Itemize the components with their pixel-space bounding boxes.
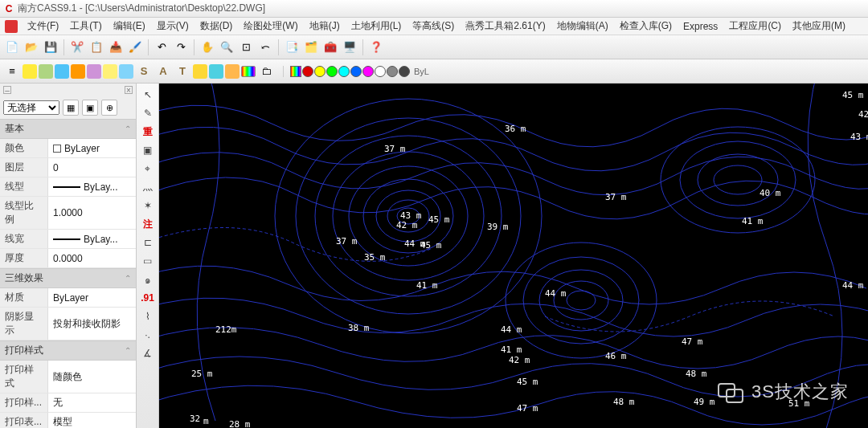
menu-view[interactable]: 显示(V) <box>152 18 194 35</box>
swatch-blue[interactable] <box>350 66 362 77</box>
section-basic[interactable]: 基本 ⌃ <box>0 119 136 139</box>
vtool-14-icon[interactable]: ∡ <box>139 345 157 361</box>
menu-data[interactable]: 数据(D) <box>195 18 238 35</box>
menu-engineering[interactable]: 工程应用(C) <box>724 18 786 35</box>
help-icon[interactable]: ❓ <box>367 39 385 56</box>
panel-close-icon[interactable]: × <box>125 86 133 94</box>
vtool-13-icon[interactable]: ·. <box>139 327 157 343</box>
match-prop-icon[interactable]: 🖌️ <box>126 39 144 56</box>
prop-row-plotstyle: 打印样式 随颜色 <box>0 361 136 393</box>
open-icon[interactable]: 📂 <box>23 39 40 56</box>
cut-icon[interactable]: ✂️ <box>68 39 86 56</box>
toolbar-layers: ≡ S A T 🗀 ByL <box>0 59 868 84</box>
menu-express[interactable]: Express <box>678 19 723 34</box>
menu-tools[interactable]: 工具(T) <box>65 18 106 35</box>
undo-icon[interactable]: ↶ <box>153 39 170 56</box>
vtool-8-icon[interactable]: ⊏ <box>139 234 157 251</box>
copy-icon[interactable]: 📋 <box>88 39 105 56</box>
app-menu-icon[interactable] <box>5 20 18 33</box>
select-objects-icon[interactable]: ▣ <box>82 100 98 116</box>
menu-yanxiu[interactable]: 燕秀工具箱2.61(Y) <box>461 18 550 35</box>
bulb-9-icon[interactable] <box>209 64 223 79</box>
paste-icon[interactable]: 📥 <box>107 39 125 56</box>
layer-s-icon[interactable]: S <box>135 63 153 80</box>
prop-row-layer: 图层 0 <box>0 158 136 177</box>
vtool-12-icon[interactable]: ⌇ <box>139 308 157 324</box>
menu-landuse[interactable]: 土地利用(L) <box>346 18 407 35</box>
swatch-dark[interactable] <box>399 66 410 77</box>
calc-icon[interactable]: 🖥️ <box>341 39 358 56</box>
redo-icon[interactable]: ↷ <box>172 39 190 56</box>
swatch-cyan[interactable] <box>338 66 350 77</box>
selection-dropdown[interactable]: 无选择 <box>3 100 59 115</box>
properties-icon[interactable]: 📑 <box>283 39 301 56</box>
vtool-7-icon[interactable]: 注 <box>139 216 157 232</box>
section-plot[interactable]: 打印样式 ⌃ <box>0 340 136 361</box>
menu-feature-edit[interactable]: 地物编辑(A) <box>552 18 613 35</box>
color-wheel-icon[interactable] <box>290 66 301 77</box>
layer-manager-icon[interactable]: 🗀 <box>257 63 275 80</box>
pickadd-icon[interactable]: ⊕ <box>101 100 117 116</box>
bulb-4-icon[interactable] <box>71 64 85 79</box>
vtool-4-icon[interactable]: ⌖ <box>139 161 157 177</box>
svg-point-10 <box>554 281 608 320</box>
menu-cadastre[interactable]: 地籍(J) <box>305 18 345 35</box>
panel-header: – × <box>0 84 136 96</box>
layer-t-icon[interactable]: T <box>174 63 191 80</box>
svg-point-0 <box>397 208 420 224</box>
menu-edit[interactable]: 编辑(E) <box>108 18 150 35</box>
bulb-1-icon[interactable] <box>23 64 37 79</box>
vtool-2-icon[interactable]: 重 <box>139 124 157 140</box>
save-icon[interactable]: 💾 <box>42 39 59 56</box>
quick-select-icon[interactable]: ▦ <box>63 100 79 116</box>
title-bar: C 南方CASS9.1 - [C:\Users\Administrator\De… <box>0 0 868 18</box>
designcenter-icon[interactable]: 🗂️ <box>302 39 320 56</box>
layer-dropdown-icon[interactable]: ≡ <box>3 63 21 80</box>
collapse-icon: ⌃ <box>125 346 131 355</box>
gradient-icon[interactable] <box>241 66 256 77</box>
bulb-7-icon[interactable] <box>119 64 133 79</box>
bulb-5-icon[interactable] <box>87 64 101 79</box>
svg-point-5 <box>333 152 484 280</box>
bulb-8-icon[interactable] <box>193 64 207 79</box>
menu-other[interactable]: 其他应用(M) <box>788 18 850 35</box>
section-3d[interactable]: 三维效果 ⌃ <box>0 268 136 288</box>
vtool-6-icon[interactable]: ✶ <box>139 198 157 214</box>
menu-draw[interactable]: 绘图处理(W) <box>239 18 302 35</box>
bulb-6-icon[interactable] <box>103 64 117 79</box>
bulb-3-icon[interactable] <box>55 64 69 79</box>
menu-check[interactable]: 检查入库(G) <box>615 18 677 35</box>
window-title: 南方CASS9.1 - [C:\Users\Administrator\Desk… <box>18 2 265 15</box>
swatch-gray[interactable] <box>387 66 398 77</box>
section-plot-title: 打印样式 <box>5 344 43 357</box>
drawing-canvas[interactable]: 45 m4243 m36 m37 m37 m40 m41 m43 m42 m45… <box>159 84 868 428</box>
vtool-1-icon[interactable]: ✎ <box>139 105 157 121</box>
zoom-prev-icon[interactable]: ⤺ <box>256 39 274 56</box>
swatch-green[interactable] <box>326 66 338 77</box>
new-icon[interactable]: 📄 <box>3 39 21 56</box>
vtool-9-icon[interactable]: ▭ <box>139 253 157 269</box>
toolpal-icon[interactable]: 🧰 <box>321 39 339 56</box>
vtool-3-icon[interactable]: ▣ <box>139 142 157 158</box>
swatch-red[interactable] <box>302 66 313 77</box>
swatch-white[interactable] <box>375 66 386 77</box>
vtool-10-icon[interactable]: ๑ <box>139 271 157 287</box>
vtool-5-icon[interactable]: 灬 <box>139 179 157 195</box>
zoom-window-icon[interactable]: ⊡ <box>237 39 255 56</box>
pan-icon[interactable]: ✋ <box>199 39 216 56</box>
menu-contour[interactable]: 等高线(S) <box>407 18 459 35</box>
vtool-11-icon[interactable]: .91 <box>139 290 157 306</box>
panel-minimize-icon[interactable]: – <box>3 86 11 94</box>
menu-file[interactable]: 文件(F) <box>23 18 63 35</box>
vtool-0-icon[interactable]: ↖ <box>139 87 157 103</box>
layer-a-icon[interactable]: A <box>154 63 172 80</box>
bulb-2-icon[interactable] <box>39 64 53 79</box>
swatch-magenta[interactable] <box>362 66 374 77</box>
zoom-icon[interactable]: 🔍 <box>218 39 235 56</box>
bulb-10-icon[interactable] <box>225 64 240 79</box>
watermark-text: 3S技术之家 <box>751 380 849 404</box>
watermark: 3S技术之家 <box>718 380 849 404</box>
swatch-yellow[interactable] <box>314 66 326 77</box>
bylayer-label: ByL <box>414 67 429 76</box>
collapse-icon: ⌃ <box>125 124 131 133</box>
